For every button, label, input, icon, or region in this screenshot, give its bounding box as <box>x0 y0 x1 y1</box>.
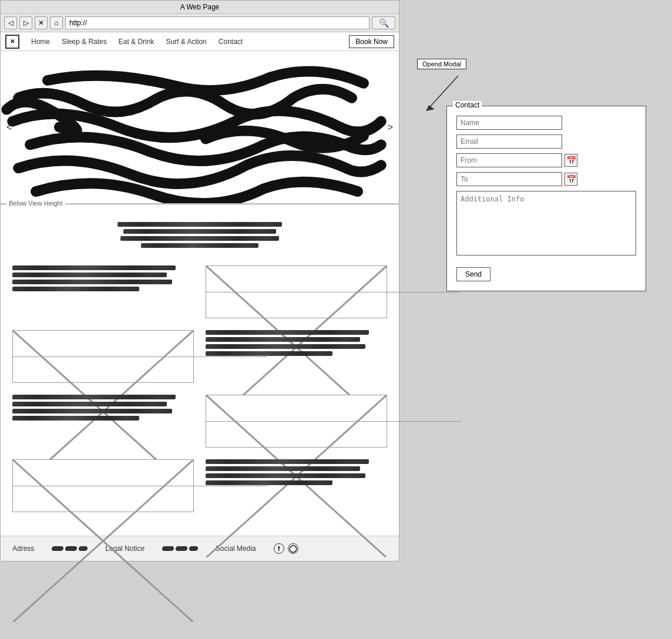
forward-button[interactable]: ▷ <box>19 16 32 29</box>
browser-title: A Web Page <box>180 3 220 11</box>
hero-arrow-left[interactable]: < <box>6 122 12 133</box>
name-input[interactable] <box>456 116 562 130</box>
content-image-4 <box>12 459 194 512</box>
content-image-1 <box>206 265 387 318</box>
book-now-button[interactable]: Book Now <box>349 35 394 48</box>
content-image-3 <box>206 395 387 448</box>
nav-contact[interactable]: Contact <box>213 38 248 46</box>
intro-line-2 <box>123 229 276 234</box>
footer-address-scribble <box>52 546 88 551</box>
footer-legal-scribble <box>162 546 198 551</box>
browser-toolbar: ◁ ▷ ✕ ⌂ 🔍 <box>1 14 399 32</box>
content-image-2 <box>12 330 194 383</box>
contact-form-title: Contact <box>453 101 482 109</box>
nav-eat-drink[interactable]: Eat & Drink <box>113 38 160 46</box>
additional-info-input[interactable] <box>456 191 636 255</box>
close-button[interactable]: ✕ <box>35 16 48 29</box>
home-button[interactable]: ⌂ <box>50 16 63 29</box>
content-row-1 <box>12 265 387 318</box>
back-button[interactable]: ◁ <box>4 16 17 29</box>
email-field-container <box>456 134 636 149</box>
hero-image <box>1 51 399 203</box>
content-text-1 <box>12 265 194 318</box>
hero-arrow-right[interactable]: > <box>388 122 393 133</box>
intro-line-1 <box>117 222 282 227</box>
to-field-container: 📅 <box>456 172 636 186</box>
tooltip-label: Opend Modal <box>417 59 466 69</box>
contact-form: Contact 📅 📅 <box>446 106 646 291</box>
from-calendar-icon[interactable]: 📅 <box>565 154 577 167</box>
below-view-section: Below View Height <box>1 204 399 561</box>
send-button[interactable]: Send <box>456 267 490 281</box>
site-nav: ✕ Home Sleep & Rates Eat & Drink Surf & … <box>1 32 399 51</box>
below-view-label: Below View Height <box>6 200 65 207</box>
browser-window: A Web Page ◁ ▷ ✕ ⌂ 🔍 ✕ Home Sleep & Rate… <box>0 0 399 561</box>
nav-home[interactable]: Home <box>25 38 56 46</box>
search-button[interactable]: 🔍 <box>372 16 395 29</box>
intro-line-4 <box>141 243 258 248</box>
logo: ✕ <box>5 35 19 49</box>
url-input[interactable] <box>65 16 369 29</box>
content-section <box>1 204 399 536</box>
from-input[interactable] <box>456 153 562 167</box>
nav-sleep-rates[interactable]: Sleep & Rates <box>56 38 113 46</box>
image-x-4 <box>13 460 193 622</box>
additional-info-container <box>456 191 636 258</box>
email-input[interactable] <box>456 134 562 149</box>
intro-block <box>12 222 387 248</box>
from-field-container: 📅 <box>456 153 636 167</box>
to-input[interactable] <box>456 172 562 186</box>
browser-titlebar: A Web Page <box>1 1 399 14</box>
intro-line-3 <box>120 236 279 241</box>
to-calendar-icon[interactable]: 📅 <box>565 173 577 186</box>
name-field-container <box>456 116 636 130</box>
nav-surf-action[interactable]: Surf & Action <box>160 38 212 46</box>
hero-area: < > <box>1 51 399 204</box>
